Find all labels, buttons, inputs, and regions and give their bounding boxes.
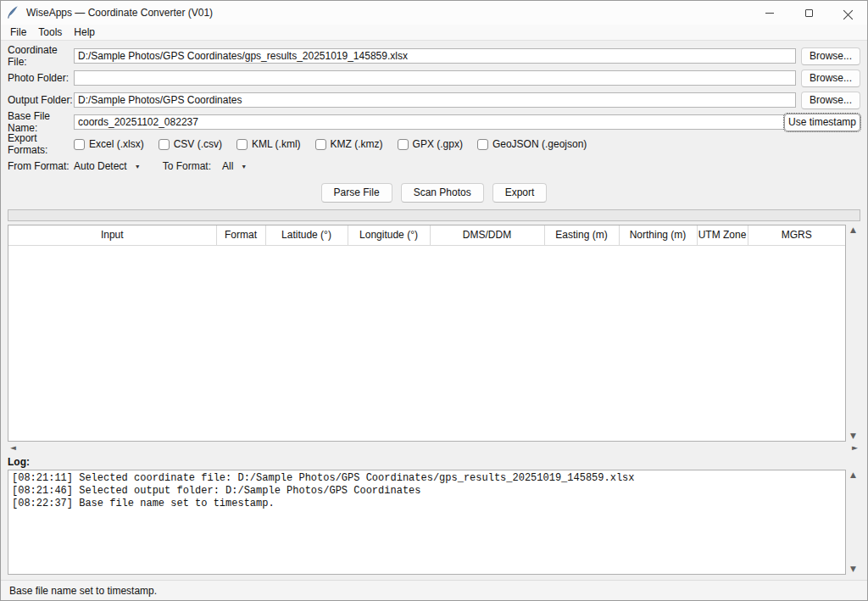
actions-row: Parse File Scan Photos Export (8, 179, 860, 206)
checkbox-icon (398, 139, 409, 150)
log-region: [08:21:11] Selected coordinate file: D:/… (8, 470, 860, 575)
format-selectors-row: From Format: Auto Detect ▼ To Format: Al… (8, 155, 860, 177)
column-header-format[interactable]: Format (216, 225, 265, 245)
output-folder-input[interactable] (74, 92, 796, 108)
base-file-name-button-slot: Use timestamp (796, 114, 860, 131)
maximize-icon (805, 9, 813, 17)
photo-folder-input[interactable] (74, 70, 796, 86)
browse-output-folder-button[interactable]: Browse... (801, 92, 860, 109)
menu-tools[interactable]: Tools (32, 25, 68, 39)
column-header-mgrs[interactable]: MGRS (748, 225, 845, 245)
scroll-right-icon[interactable]: ► (852, 444, 858, 452)
scroll-left-icon[interactable]: ◄ (10, 444, 16, 452)
checkbox-kmz[interactable]: KMZ (.kmz) (315, 138, 383, 150)
column-header-longitude[interactable]: Longitude (°) (348, 225, 430, 245)
export-button[interactable]: Export (492, 183, 548, 203)
scroll-down-icon[interactable]: ▼ (850, 565, 856, 573)
close-button[interactable] (828, 1, 867, 25)
checkbox-icon (236, 139, 248, 150)
base-file-name-input[interactable] (74, 114, 796, 130)
browse-coordinate-file-button[interactable]: Browse... (801, 47, 860, 65)
checkbox-gpx-label: GPX (.gpx) (413, 138, 463, 150)
window-title: WiseApps — Coordinate Converter (V01) (25, 7, 750, 19)
checkbox-excel[interactable]: Excel (.xlsx) (74, 138, 144, 150)
scroll-down-icon[interactable]: ▼ (850, 432, 856, 440)
status-text: Base file name set to timestamp. (9, 585, 157, 597)
app-feather-icon (1, 6, 25, 19)
to-format-dropdown[interactable]: All ▼ (222, 160, 247, 172)
checkbox-kml-label: KML (.kml) (252, 138, 301, 150)
photo-folder-row: Photo Folder: Browse... (8, 67, 860, 89)
output-folder-button-slot: Browse... (796, 92, 860, 109)
log-line: [08:21:46] Selected output folder: D:/Sa… (12, 485, 842, 498)
export-formats-row: Export Formats: Excel (.xlsx) CSV (.csv)… (8, 133, 860, 155)
from-format-value: Auto Detect (74, 160, 127, 172)
coordinate-file-row: Coordinate File: Browse... (8, 45, 860, 67)
column-header-dms-ddm[interactable]: DMS/DDM (430, 225, 544, 245)
output-folder-row: Output Folder: Browse... (8, 89, 860, 111)
log-vertical-scrollbar[interactable]: ▲ ▼ (846, 470, 860, 575)
progress-bar (8, 209, 860, 221)
base-file-name-label: Base File Name: (8, 110, 74, 134)
scroll-up-icon[interactable]: ▲ (850, 226, 856, 234)
close-icon (843, 8, 853, 18)
checkbox-kmz-label: KMZ (.kmz) (331, 138, 383, 150)
checkbox-icon (159, 139, 170, 150)
window-controls (750, 1, 867, 25)
scan-photos-button[interactable]: Scan Photos (401, 183, 484, 203)
from-format-label: From Format: (8, 160, 74, 172)
export-formats-label: Export Formats: (8, 132, 74, 156)
photo-folder-button-slot: Browse... (796, 70, 860, 87)
checkbox-icon (74, 139, 85, 150)
column-header-utm-zone[interactable]: UTM Zone (697, 225, 748, 245)
menu-bar: File Tools Help (1, 25, 867, 41)
checkbox-csv[interactable]: CSV (.csv) (159, 138, 222, 150)
column-header-northing[interactable]: Northing (m) (619, 225, 697, 245)
checkbox-icon (315, 139, 326, 150)
log-line: [08:21:11] Selected coordinate file: D:/… (12, 472, 842, 485)
checkbox-csv-label: CSV (.csv) (174, 138, 222, 150)
column-header-input[interactable]: Input (8, 225, 216, 245)
title-bar: WiseApps — Coordinate Converter (V01) (1, 1, 867, 25)
from-format-dropdown[interactable]: Auto Detect ▼ (74, 160, 141, 172)
results-table: Input Format Latitude (°) Longitude (°) … (8, 225, 846, 442)
chevron-down-icon: ▼ (241, 164, 247, 170)
scroll-up-icon[interactable]: ▲ (850, 471, 856, 479)
log-line: [08:22:37] Base file name set to timesta… (12, 498, 842, 510)
coordinate-file-label: Coordinate File: (8, 44, 74, 68)
chevron-down-icon: ▼ (135, 164, 141, 170)
results-table-region: Input Format Latitude (°) Longitude (°) … (8, 225, 860, 442)
app-window: WiseApps — Coordinate Converter (V01) Fi… (0, 0, 868, 601)
checkbox-gpx[interactable]: GPX (.gpx) (398, 138, 463, 150)
table-header-row: Input Format Latitude (°) Longitude (°) … (8, 225, 845, 245)
checkbox-geojson[interactable]: GeoJSON (.geojson) (477, 138, 587, 150)
main-content: Coordinate File: Browse... Photo Folder:… (1, 41, 867, 580)
coordinate-file-button-slot: Browse... (796, 47, 860, 65)
browse-photo-folder-button[interactable]: Browse... (801, 70, 860, 87)
photo-folder-label: Photo Folder: (8, 72, 74, 84)
menu-help[interactable]: Help (68, 25, 101, 39)
status-bar: Base file name set to timestamp. (1, 580, 867, 600)
use-timestamp-button[interactable]: Use timestamp (784, 114, 860, 131)
column-header-easting[interactable]: Easting (m) (544, 225, 619, 245)
parse-file-button[interactable]: Parse File (321, 183, 392, 203)
to-format-label: To Format: (163, 160, 211, 172)
log-textarea[interactable]: [08:21:11] Selected coordinate file: D:/… (8, 470, 846, 575)
column-header-latitude[interactable]: Latitude (°) (265, 225, 348, 245)
progress-bar-wrap (8, 206, 860, 225)
checkbox-kml[interactable]: KML (.kml) (236, 138, 301, 150)
base-file-name-row: Base File Name: Use timestamp (8, 111, 860, 133)
to-format-value: All (222, 160, 233, 172)
table-vertical-scrollbar[interactable]: ▲ ▼ (846, 225, 860, 442)
minimize-icon (765, 13, 774, 14)
checkbox-icon (477, 139, 488, 150)
output-folder-label: Output Folder: (8, 94, 74, 106)
checkbox-geojson-label: GeoJSON (.geojson) (492, 138, 587, 150)
coordinate-file-input[interactable] (74, 48, 796, 64)
table-horizontal-scrollbar[interactable]: ◄ ► (8, 442, 860, 454)
maximize-button[interactable] (789, 1, 828, 25)
menu-file[interactable]: File (4, 25, 32, 39)
log-label-row: Log: (8, 454, 860, 470)
log-label: Log: (8, 456, 30, 468)
minimize-button[interactable] (750, 1, 789, 25)
